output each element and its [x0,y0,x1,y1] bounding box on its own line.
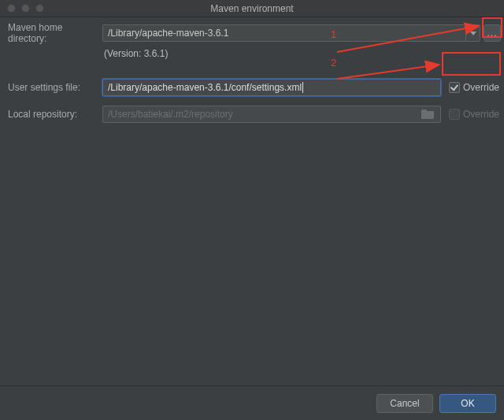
label-maven-home: Maven home directory: [8,22,102,44]
window-controls [0,4,44,13]
dialog-footer: Cancel OK [0,385,504,420]
maven-version-text: (Version: 3.6.1) [102,46,501,64]
title-bar: Maven environment [0,0,504,17]
chevron-down-icon[interactable] [465,25,480,41]
local-repo-input: /Users/batiekai/.m2/repository [102,106,441,123]
maven-home-value: /Library/apache-maven-3.6.1 [108,28,228,39]
row-maven-home: Maven home directory: /Library/apache-ma… [8,24,501,43]
label-user-settings: User settings file: [8,82,102,93]
row-user-settings: User settings file: /Library/apache-mave… [8,78,501,97]
cancel-button[interactable]: Cancel [376,394,433,413]
close-window-icon[interactable] [7,4,16,13]
browse-maven-home-button[interactable]: ... [484,24,501,42]
override-user-settings-label: Override [463,82,499,93]
override-local-repo[interactable]: Override [444,109,501,120]
local-repo-placeholder: /Users/batiekai/.m2/repository [108,109,233,120]
zoom-window-icon[interactable] [35,4,44,13]
folder-icon [420,110,435,119]
user-settings-input[interactable]: /Library/apache-maven-3.6.1/conf/setting… [102,79,441,96]
dialog-content: Maven home directory: /Library/apache-ma… [0,17,504,385]
override-user-settings[interactable]: Override [444,82,501,93]
label-local-repo: Local repository: [8,109,102,120]
override-local-repo-checkbox[interactable] [449,109,460,120]
window-title: Maven environment [0,3,504,14]
minimize-window-icon[interactable] [21,4,30,13]
user-settings-value: /Library/apache-maven-3.6.1/conf/setting… [108,82,302,93]
maven-home-combo[interactable]: /Library/apache-maven-3.6.1 [102,24,480,42]
override-local-repo-label: Override [463,109,499,120]
ok-button[interactable]: OK [439,394,496,413]
override-user-settings-checkbox[interactable] [449,82,460,93]
row-local-repo: Local repository: /Users/batiekai/.m2/re… [8,105,501,124]
